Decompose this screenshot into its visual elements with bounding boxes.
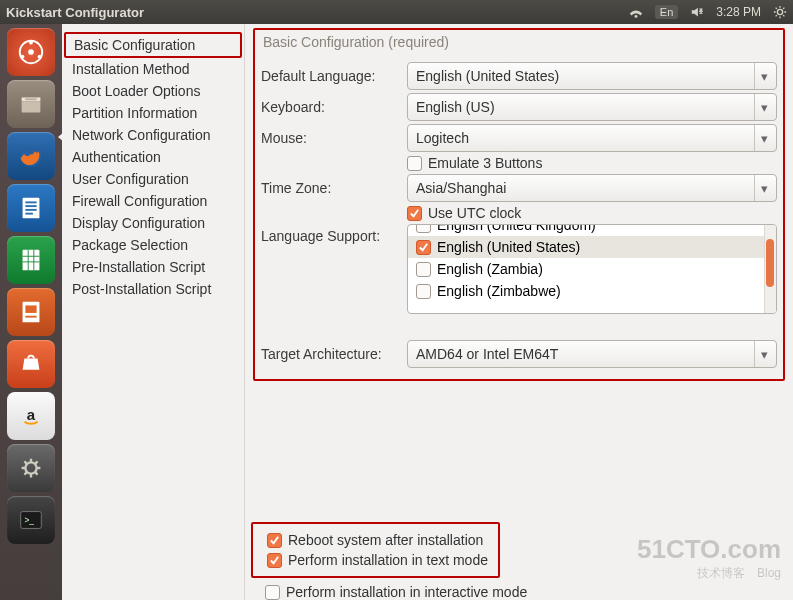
svg-text:>_: >_ [24,515,34,525]
window-title: Kickstart Configurator [6,5,144,20]
language-indicator[interactable]: En [655,5,678,19]
dropdown-default-language[interactable]: English (United States) ▾ [407,62,777,90]
checkbox-label: Reboot system after installation [288,532,483,548]
listbox-language-support[interactable]: English (United Kingdom) English (United… [407,224,777,314]
nav-item-network[interactable]: Network Configuration [64,124,242,146]
svg-point-0 [634,15,637,18]
volume-indicator[interactable] [690,5,704,19]
content-pane: Basic Configuration (required) Default L… [245,24,793,600]
checkbox-reboot[interactable]: Reboot system after installation [267,532,488,548]
nav-item-basic-configuration[interactable]: Basic Configuration [64,32,242,58]
dropdown-value: English (United States) [416,68,559,84]
svg-point-6 [21,55,25,59]
svg-rect-9 [25,98,36,100]
top-menubar: Kickstart Configurator En 3:28 PM [0,0,793,24]
chevron-down-icon: ▾ [754,63,774,89]
calc-icon[interactable] [7,236,55,284]
main-window: Basic Configuration Installation Method … [62,24,793,600]
firefox-icon[interactable] [7,132,55,180]
watermark-small: 技术博客 Blog [637,565,781,582]
dropdown-keyboard[interactable]: English (US) ▾ [407,93,777,121]
checkbox-label: Perform installation in interactive mode [286,584,527,600]
checkbox-label: Use UTC clock [428,205,521,221]
svg-point-5 [38,55,42,59]
label-keyboard: Keyboard: [261,99,401,115]
chevron-down-icon: ▾ [754,175,774,201]
svg-rect-11 [23,198,40,219]
nav-label: Installation Method [72,61,190,77]
nav-item-postinstall[interactable]: Post-Installation Script [64,278,242,300]
nav-label: Basic Configuration [74,37,195,53]
dropdown-value: English (US) [416,99,495,115]
dash-icon[interactable] [7,28,55,76]
checkbox-emulate-3[interactable]: Emulate 3 Buttons [407,155,542,171]
svg-rect-12 [25,201,36,203]
software-icon[interactable] [7,340,55,388]
nav-item-package[interactable]: Package Selection [64,234,242,256]
scrollbar-thumb[interactable] [766,239,774,287]
dropdown-timezone[interactable]: Asia/Shanghai ▾ [407,174,777,202]
checkbox-interactive[interactable]: Perform installation in interactive mode [265,584,527,600]
dropdown-value: AMD64 or Intel EM64T [416,346,558,362]
impress-icon[interactable] [7,288,55,336]
list-item[interactable]: English (Zambia) [408,258,776,280]
files-icon[interactable] [7,80,55,128]
gear-indicator[interactable] [773,5,787,19]
checkbox-utc[interactable]: Use UTC clock [407,205,521,221]
svg-point-1 [777,9,782,14]
network-indicator[interactable] [629,5,643,19]
basic-config-group: Basic Configuration (required) Default L… [253,28,785,381]
list-item[interactable]: English (Zimbabwe) [408,280,776,302]
nav-item-user[interactable]: User Configuration [64,168,242,190]
nav-label: Display Configuration [72,215,205,231]
nav-item-firewall[interactable]: Firewall Configuration [64,190,242,212]
list-item-label: English (Zambia) [437,261,543,277]
label-timezone: Time Zone: [261,180,401,196]
writer-icon[interactable] [7,184,55,232]
nav-item-preinstall[interactable]: Pre-Installation Script [64,256,242,278]
label-language-support: Language Support: [261,224,401,244]
install-options-group: Reboot system after installation Perform… [251,522,500,578]
list-item-label: English (United States) [437,239,580,255]
svg-rect-19 [25,316,36,318]
section-title: Basic Configuration (required) [261,32,777,59]
chevron-down-icon: ▾ [754,125,774,151]
nav-label: Package Selection [72,237,188,253]
settings-icon[interactable] [7,444,55,492]
svg-rect-18 [25,305,36,313]
dropdown-value: Logitech [416,130,469,146]
nav-item-display[interactable]: Display Configuration [64,212,242,234]
nav-item-installation-method[interactable]: Installation Method [64,58,242,80]
watermark: 51CTO.com 技术博客 Blog [637,534,781,582]
svg-point-4 [29,41,33,45]
nav-label: Authentication [72,149,161,165]
nav-label: User Configuration [72,171,189,187]
nav-item-boot-loader[interactable]: Boot Loader Options [64,80,242,102]
nav-label: Partition Information [72,105,197,121]
dropdown-mouse[interactable]: Logitech ▾ [407,124,777,152]
dropdown-target-arch[interactable]: AMD64 or Intel EM64T ▾ [407,340,777,368]
scrollbar[interactable] [764,225,776,313]
checkbox-textmode[interactable]: Perform installation in text mode [267,552,488,568]
amazon-icon[interactable]: a [7,392,55,440]
svg-rect-14 [25,209,36,211]
chevron-down-icon: ▾ [754,341,774,367]
checkbox-label: Perform installation in text mode [288,552,488,568]
clock[interactable]: 3:28 PM [716,5,761,19]
svg-rect-8 [22,101,41,112]
list-item-label: English (United Kingdom) [437,224,596,233]
checkbox-label: Emulate 3 Buttons [428,155,542,171]
nav-sidebar: Basic Configuration Installation Method … [62,24,245,600]
nav-item-partition[interactable]: Partition Information [64,102,242,124]
label-default-language: Default Language: [261,68,401,84]
nav-item-authentication[interactable]: Authentication [64,146,242,168]
svg-rect-15 [25,213,33,215]
svg-text:a: a [27,406,36,423]
list-item[interactable]: English (United Kingdom) [408,224,776,236]
nav-label: Network Configuration [72,127,211,143]
label-mouse: Mouse: [261,130,401,146]
nav-label: Post-Installation Script [72,281,211,297]
terminal-icon[interactable]: >_ [7,496,55,544]
list-item[interactable]: English (United States) [408,236,776,258]
watermark-big: 51CTO.com [637,534,781,565]
